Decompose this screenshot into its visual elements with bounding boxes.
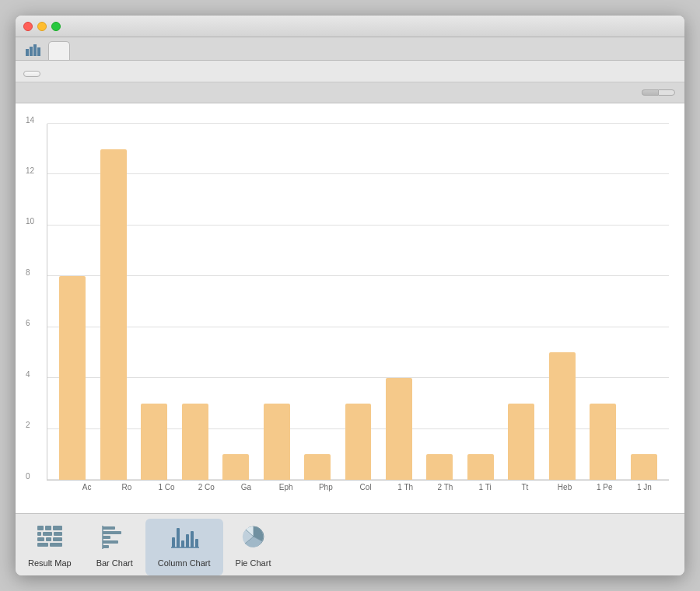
column-chart-label: Column Chart: [158, 558, 211, 568]
bar-item: [54, 124, 91, 480]
svg-rect-3: [37, 47, 40, 56]
bar: [264, 404, 290, 480]
svg-rect-10: [37, 537, 44, 541]
bar: [222, 454, 249, 480]
chart-container: 02468101214 AcRo1 Co2 CoGaEphPhpCol1 Th2…: [31, 124, 669, 491]
minimize-button[interactable]: [37, 22, 47, 31]
chart-type-bar-chart-button[interactable]: Bar Chart: [84, 519, 145, 575]
x-tick-label: 1 Jn: [626, 483, 663, 491]
tab-bar-icon: [22, 43, 48, 60]
x-tick-label: Tt: [506, 483, 543, 491]
bar: [345, 404, 372, 480]
main-window: 02468101214 AcRo1 Co2 CoGaEphPhpCol1 Th2…: [16, 16, 684, 575]
y-tick-label: 10: [26, 217, 34, 226]
bar: [141, 404, 167, 480]
bar: [386, 378, 412, 480]
x-tick-label: 1 Co: [148, 483, 184, 491]
chart-plot-area: 02468101214: [47, 124, 669, 481]
svg-rect-16: [103, 531, 121, 534]
x-tick-label: 2 Th: [427, 483, 464, 491]
svg-rect-24: [186, 534, 189, 547]
pie-chart-icon: [239, 523, 268, 554]
svg-rect-26: [195, 539, 198, 547]
svg-rect-19: [103, 545, 109, 548]
column-chart-icon: [170, 523, 199, 554]
bar-chart-icon: [100, 523, 129, 554]
colored-button[interactable]: [642, 89, 658, 96]
bars-group: [47, 124, 669, 480]
bar: [182, 404, 208, 480]
bar-item: [544, 124, 581, 480]
tab-graph-bible[interactable]: [48, 41, 70, 60]
bar: [508, 404, 534, 480]
y-tick-label: 4: [26, 369, 30, 378]
show-zero-button[interactable]: [23, 71, 40, 77]
svg-rect-4: [37, 526, 44, 530]
filter-query: [25, 87, 31, 98]
x-tick-label: 2 Co: [188, 483, 225, 491]
svg-rect-15: [103, 526, 115, 530]
bar-item: [135, 124, 173, 480]
x-tick-label: Col: [347, 483, 383, 491]
tab-bar: [16, 37, 684, 61]
x-tick-label: 1 Pe: [586, 483, 623, 491]
bar-item: [176, 124, 213, 480]
y-tick-label: 6: [26, 319, 30, 327]
x-tick-label: 1 Th: [387, 483, 424, 491]
x-tick-label: Ac: [68, 483, 105, 491]
zoom-button[interactable]: [51, 22, 61, 31]
bar-item: [502, 124, 540, 480]
chart-type-column-chart-button[interactable]: Column Chart: [145, 519, 223, 575]
svg-rect-18: [103, 540, 118, 544]
x-axis: AcRo1 Co2 CoGaEphPhpCol1 Th2 Th1 TiTtHeb…: [62, 481, 669, 491]
bar-item: [339, 124, 376, 480]
svg-rect-25: [191, 531, 194, 547]
bar-item: [257, 124, 295, 480]
chart-type-pie-chart-button[interactable]: Pie Chart: [223, 519, 284, 575]
new-tab-button[interactable]: [73, 44, 89, 60]
y-tick-label: 14: [26, 115, 34, 124]
x-tick-label: Ro: [108, 483, 145, 491]
traffic-lights: [23, 22, 61, 31]
svg-rect-1: [30, 47, 33, 56]
bar: [467, 454, 494, 480]
svg-rect-8: [43, 532, 52, 536]
toolbar: [16, 61, 684, 82]
svg-rect-2: [33, 44, 37, 56]
bar: [59, 276, 86, 480]
bar-item: [94, 124, 131, 480]
bar-item: [421, 124, 458, 480]
bar: [549, 352, 576, 480]
y-tick-label: 12: [26, 166, 34, 174]
bar-item: [584, 124, 621, 480]
x-tick-label: 1 Ti: [467, 483, 503, 491]
close-button[interactable]: [23, 22, 33, 31]
fullscreen-button[interactable]: [666, 21, 677, 32]
svg-rect-5: [45, 526, 51, 530]
pie-chart-label: Pie Chart: [236, 558, 271, 568]
x-tick-label: Eph: [268, 483, 304, 491]
y-tick-label: 0: [26, 471, 30, 480]
bar-item: [217, 124, 254, 480]
bar-item: [380, 124, 418, 480]
svg-rect-7: [37, 532, 41, 536]
bar-chart-label: Bar Chart: [96, 558, 133, 568]
grayscale-button[interactable]: [658, 89, 675, 96]
y-tick-label: 2: [26, 421, 30, 429]
color-toggle: [642, 89, 675, 96]
svg-rect-12: [53, 537, 62, 541]
bar: [304, 454, 331, 480]
bar-item: [299, 124, 336, 480]
chart-area: 02468101214 AcRo1 Co2 CoGaEphPhpCol1 Th2…: [16, 103, 684, 513]
bar: [100, 149, 127, 480]
svg-rect-22: [177, 528, 180, 547]
chart-type-result-map-button[interactable]: Result Map: [16, 519, 84, 575]
svg-rect-14: [50, 543, 62, 547]
x-tick-label: Heb: [546, 483, 583, 491]
result-map-icon: [35, 523, 65, 554]
x-tick-label: Ga: [228, 483, 264, 491]
bar: [590, 404, 616, 480]
svg-rect-21: [172, 537, 175, 547]
svg-rect-6: [53, 526, 62, 530]
bottom-toolbar: Result Map Bar Chart Column Chart Pie Ch…: [16, 513, 684, 575]
